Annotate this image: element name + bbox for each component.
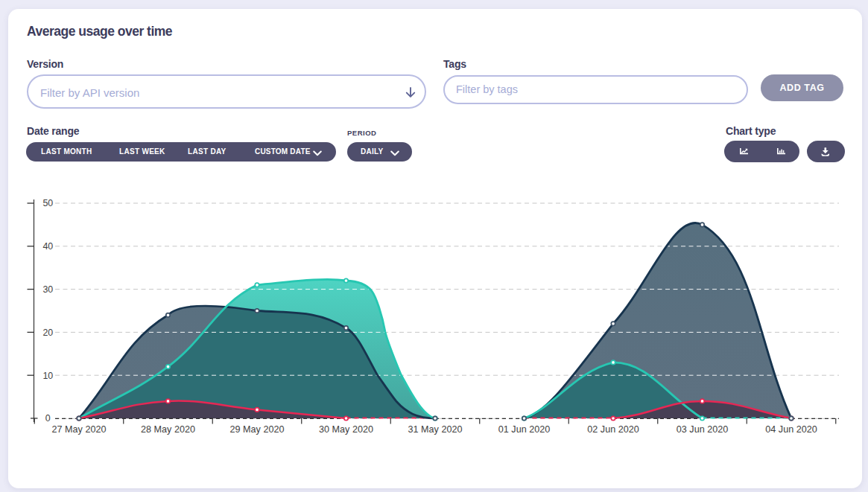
svg-text:40: 40 [42,241,53,252]
svg-text:27 May 2020: 27 May 2020 [52,424,107,435]
svg-text:50: 50 [42,198,53,208]
svg-text:03 Jun 2020: 03 Jun 2020 [677,424,728,435]
svg-text:01 Jun 2020: 01 Jun 2020 [498,424,550,435]
svg-text:10: 10 [42,371,53,381]
svg-text:31 May 2020: 31 May 2020 [408,424,463,435]
svg-text:04 Jun 2020: 04 Jun 2020 [765,424,817,435]
svg-text:0: 0 [45,413,51,424]
svg-text:30: 30 [42,284,53,295]
svg-text:28 May 2020: 28 May 2020 [141,424,195,435]
svg-text:20: 20 [42,328,53,338]
svg-text:29 May 2020: 29 May 2020 [230,424,285,435]
svg-text:30 May 2020: 30 May 2020 [319,424,373,435]
svg-text:02 Jun 2020: 02 Jun 2020 [587,424,639,435]
